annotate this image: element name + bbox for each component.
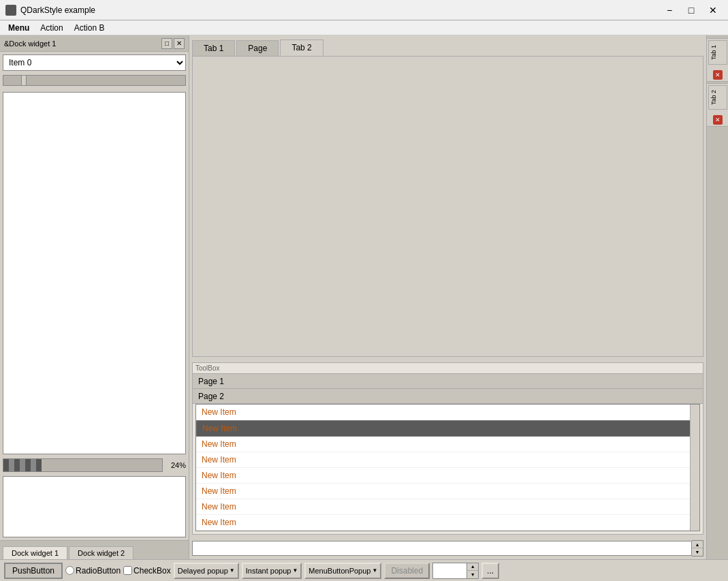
delayed-popup-label: Delayed popup	[178, 567, 228, 575]
center-area: Tab 1 Page Tab 2 ToolBox Page 1 Page 2 N…	[189, 35, 706, 559]
instant-popup-label: Instant popup	[246, 567, 291, 575]
progress-label: 24%	[165, 461, 186, 469]
spin-input-row: 0.00 ▲ ▼	[432, 563, 479, 579]
dock-tab-2[interactable]: Dock widget 2	[69, 546, 133, 559]
menu-button-popup-arrow: ▼	[372, 567, 377, 574]
date-spin-btns: ▲ ▼	[692, 540, 703, 556]
close-button[interactable]: ✕	[703, 3, 723, 18]
titlebar-controls: − □ ✕	[660, 3, 723, 18]
maximize-button[interactable]: □	[682, 3, 701, 18]
dock-body: Item 0 Item 1 Item 2 24%	[0, 52, 189, 540]
item-combobox[interactable]: Item 0 Item 1 Item 2	[3, 54, 186, 71]
dock-header: &Dock widget 1 □ ✕	[0, 35, 189, 52]
minimize-button[interactable]: −	[660, 3, 679, 18]
tab-1[interactable]: Tab 1	[192, 40, 235, 56]
dock-slider[interactable]	[3, 75, 186, 86]
delayed-popup-arrow: ▼	[230, 567, 235, 574]
tab-widget: Tab 1 Page Tab 2	[192, 38, 703, 357]
left-dock: &Dock widget 1 □ ✕ Item 0 Item 1 Item 2	[0, 35, 189, 559]
list-item-selected[interactable]: New Item	[196, 420, 699, 437]
list-item[interactable]: New Item	[196, 437, 699, 452]
delayed-popup-button[interactable]: Delayed popup ▼	[174, 563, 239, 579]
progress-bar-fill	[3, 459, 42, 471]
menu-label: Menu	[3, 22, 35, 33]
radio-button-label: RadioButton	[76, 566, 121, 576]
toolbox-page-1[interactable]: Page 1	[193, 374, 703, 389]
instant-popup-button[interactable]: Instant popup ▼	[242, 563, 302, 579]
toolbox-scrollbar[interactable]	[690, 405, 699, 531]
dock-float-button[interactable]: □	[161, 38, 172, 49]
instant-popup-arrow: ▼	[292, 567, 298, 574]
titlebar-title: QDarkStyle example	[20, 5, 95, 15]
dock-header-btns: □ ✕	[161, 38, 185, 49]
radio-group: RadioButton	[65, 566, 121, 576]
right-tab-1[interactable]: Tab 1	[708, 40, 727, 65]
bottom-toolbar: PushButton RadioButton CheckBox Delayed …	[0, 559, 728, 581]
spin-up[interactable]: ▲	[467, 563, 478, 571]
progress-row: 24%	[3, 457, 186, 473]
right-tab-2-close[interactable]: ✕	[713, 115, 723, 125]
date-row: 2000/1/1 ▲ ▼	[192, 540, 703, 556]
menubar: Menu Action Action B	[0, 20, 728, 35]
list-item[interactable]: New Item	[196, 405, 699, 420]
titlebar: QDarkStyle example − □ ✕	[0, 0, 728, 20]
right-tab-group-1: Tab 1 ✕	[706, 38, 729, 82]
tab-bar: Tab 1 Page Tab 2	[192, 38, 703, 56]
bottom-list[interactable]	[3, 476, 186, 537]
list-item[interactable]: New Item	[196, 515, 699, 531]
tab-page[interactable]: Page	[236, 40, 279, 56]
spin-input[interactable]: 0.00	[432, 563, 466, 579]
list-item[interactable]: New Item	[196, 499, 699, 515]
checkbox-label: CheckBox	[133, 566, 171, 576]
dock-tab-1[interactable]: Dock widget 1	[3, 546, 67, 559]
main-window: &Dock widget 1 □ ✕ Item 0 Item 1 Item 2	[0, 35, 728, 581]
date-spin-down[interactable]: ▼	[692, 548, 703, 556]
toolbox-label: ToolBox	[193, 363, 703, 374]
toolbox-page-2[interactable]: Page 2	[193, 389, 703, 404]
dock-close-button[interactable]: ✕	[174, 38, 185, 49]
disabled-button: Disabled	[384, 563, 430, 579]
list-item[interactable]: New Item	[196, 452, 699, 468]
ellipsis-button[interactable]: ...	[481, 563, 499, 579]
right-tab-group-2: Tab 2 ✕	[706, 83, 729, 127]
right-tab-2[interactable]: Tab 2	[708, 85, 727, 110]
push-button[interactable]: PushButton	[4, 563, 63, 579]
toolbox: ToolBox Page 1 Page 2 New Item New Item …	[192, 362, 703, 535]
dock-title: &Dock widget 1	[4, 40, 56, 48]
list-item[interactable]: New Item	[196, 484, 699, 499]
menubar-item-actionb[interactable]: Action B	[69, 22, 110, 34]
progress-bar-outer	[3, 458, 163, 472]
date-input[interactable]: 2000/1/1	[192, 541, 692, 556]
menu-button-popup[interactable]: MenuButtonPopup ▼	[304, 563, 381, 579]
checkbox-group: CheckBox	[123, 566, 171, 576]
combo-row: Item 0 Item 1 Item 2	[3, 54, 186, 71]
radio-button-input[interactable]	[65, 566, 74, 575]
checkbox-input[interactable]	[123, 566, 132, 575]
tab-2[interactable]: Tab 2	[280, 40, 323, 56]
slider-container	[3, 74, 186, 89]
right-tab-2-label: Tab 2	[710, 90, 717, 105]
spin-buttons: ▲ ▼	[466, 563, 479, 579]
right-tab-1-label: Tab 1	[710, 45, 717, 60]
app-content: &Dock widget 1 □ ✕ Item 0 Item 1 Item 2	[0, 35, 728, 559]
date-spin-up[interactable]: ▲	[692, 541, 703, 548]
spin-down[interactable]: ▼	[467, 571, 478, 578]
menu-button-popup-label: MenuButtonPopup	[308, 567, 370, 575]
app-icon	[5, 5, 16, 16]
toolbox-list[interactable]: New Item New Item New Item New Item New …	[195, 404, 700, 531]
list-widget[interactable]	[3, 92, 186, 454]
right-dock: Tab 1 ✕ Tab 2 ✕	[706, 35, 728, 559]
tab-content	[192, 56, 703, 357]
titlebar-left: QDarkStyle example	[5, 5, 95, 16]
dock-tabbar: Dock widget 1 Dock widget 2	[0, 540, 189, 559]
list-item[interactable]: New Item	[196, 468, 699, 484]
right-tab-1-close[interactable]: ✕	[713, 70, 723, 80]
menubar-item-action[interactable]: Action	[35, 22, 68, 34]
